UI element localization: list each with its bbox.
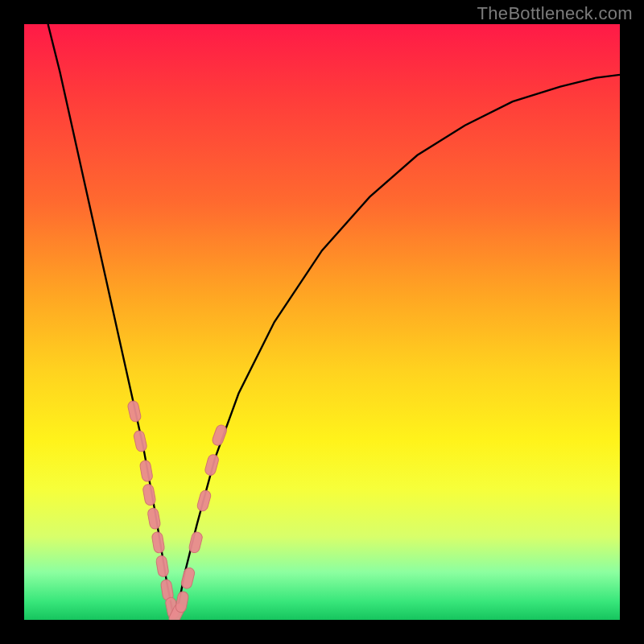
highlight-marker bbox=[196, 489, 212, 513]
svg-rect-14 bbox=[204, 453, 219, 477]
highlight-marker bbox=[151, 531, 165, 554]
highlight-marker bbox=[180, 567, 196, 589]
highlight-marker bbox=[204, 453, 219, 477]
highlight-marker bbox=[127, 400, 142, 423]
chart-svg bbox=[24, 24, 620, 620]
highlight-marker bbox=[139, 460, 153, 482]
svg-rect-0 bbox=[127, 400, 142, 423]
chart-stage: TheBottleneck.com bbox=[0, 0, 644, 644]
svg-rect-11 bbox=[180, 567, 196, 589]
plot-area bbox=[24, 24, 620, 620]
highlight-marker bbox=[211, 423, 228, 447]
svg-rect-3 bbox=[142, 484, 156, 506]
svg-rect-5 bbox=[151, 531, 165, 554]
svg-rect-6 bbox=[155, 555, 169, 578]
svg-rect-15 bbox=[211, 423, 228, 447]
svg-rect-12 bbox=[188, 531, 204, 554]
svg-rect-4 bbox=[147, 507, 161, 530]
svg-rect-13 bbox=[196, 489, 212, 513]
svg-rect-2 bbox=[139, 460, 153, 482]
highlight-marker bbox=[155, 555, 169, 578]
svg-rect-10 bbox=[175, 591, 189, 613]
highlight-marker bbox=[147, 507, 161, 530]
highlight-marker bbox=[188, 531, 204, 554]
watermark-text: TheBottleneck.com bbox=[477, 3, 633, 24]
highlight-marker bbox=[142, 484, 156, 506]
bottleneck-curve bbox=[48, 24, 620, 614]
marker-layer bbox=[127, 400, 229, 620]
highlight-marker bbox=[175, 591, 189, 613]
curve-path bbox=[48, 24, 620, 614]
svg-rect-1 bbox=[133, 430, 147, 452]
highlight-marker bbox=[133, 430, 147, 452]
